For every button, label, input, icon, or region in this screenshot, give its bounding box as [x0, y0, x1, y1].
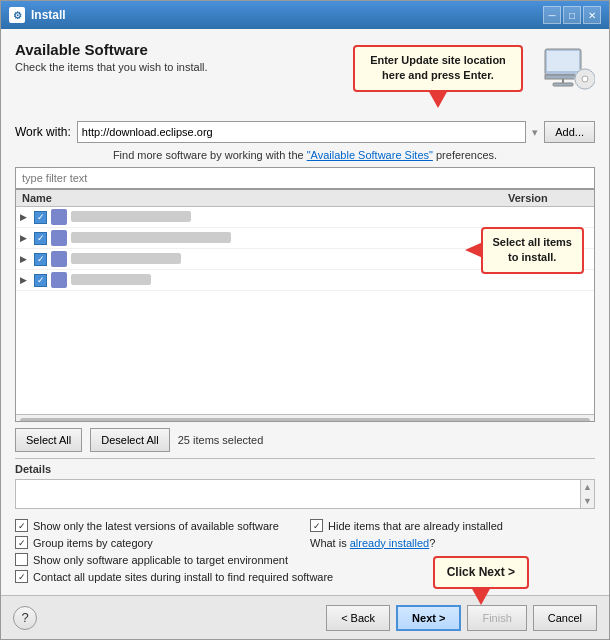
click-next-callout: Click Next > [433, 556, 529, 589]
install-window: ⚙ Install ─ □ ✕ Available Software Check… [0, 0, 610, 640]
callout-arrow-left [465, 242, 483, 258]
details-section: Details ▲ ▼ [15, 458, 595, 519]
find-more-text: Find more software by working with the "… [15, 149, 595, 161]
help-button[interactable]: ? [13, 606, 37, 630]
row-icon [51, 230, 67, 246]
page-subtitle: Check the items that you wish to install… [15, 61, 353, 73]
svg-rect-4 [553, 83, 573, 86]
row-checkbox[interactable] [34, 232, 47, 245]
expand-icon[interactable]: ▶ [20, 233, 34, 243]
items-selected-text: 25 items selected [178, 434, 264, 446]
deselect-all-button[interactable]: Deselect All [90, 428, 169, 452]
option-row-2: Hide items that are already installed [310, 519, 595, 532]
option-label-4: What is already installed? [310, 537, 435, 549]
add-button[interactable]: Add... [544, 121, 595, 143]
row-icon [51, 272, 67, 288]
window-icon: ⚙ [9, 7, 25, 23]
row-icon [51, 251, 67, 267]
filter-input[interactable] [15, 167, 595, 189]
already-installed-link[interactable]: already installed [350, 537, 430, 549]
window-title: Install [31, 8, 537, 22]
bottom-bar: Click Next > ? < Back Next > Finish Canc… [1, 595, 609, 639]
expand-icon[interactable]: ▶ [20, 275, 34, 285]
available-sites-link[interactable]: "Available Software Sites" [307, 149, 433, 161]
row-label [71, 274, 590, 286]
software-tree: Name Version ▶ ▶ [15, 189, 595, 422]
row-checkbox[interactable] [34, 253, 47, 266]
svg-point-6 [582, 76, 588, 82]
tree-header: Name Version [16, 190, 594, 207]
expand-icon[interactable]: ▶ [20, 212, 34, 222]
select-all-button[interactable]: Select All [15, 428, 82, 452]
next-button[interactable]: Next > [396, 605, 461, 631]
details-scrollbar[interactable]: ▲ ▼ [580, 480, 594, 508]
header-text: Available Software Check the items that … [15, 41, 353, 73]
row-checkbox[interactable] [34, 274, 47, 287]
callout-arrow-down [428, 90, 448, 108]
option-label-7: Contact all update sites during install … [33, 571, 333, 583]
close-button[interactable]: ✕ [583, 6, 601, 24]
option-label-3: Group items by category [33, 537, 153, 549]
tree-body: ▶ ▶ ▶ [16, 207, 594, 414]
row-icon [51, 209, 67, 225]
click-next-arrow [471, 587, 491, 605]
minimize-button[interactable]: ─ [543, 6, 561, 24]
table-row[interactable]: ▶ [16, 207, 594, 228]
option-checkbox-5[interactable] [15, 553, 28, 566]
work-with-row: Work with: ▾ Add... [15, 121, 595, 143]
option-label-5: Show only software applicable to target … [33, 554, 288, 566]
maximize-button[interactable]: □ [563, 6, 581, 24]
option-label-2: Hide items that are already installed [328, 520, 503, 532]
details-label: Details [15, 463, 595, 475]
col-name: Name [22, 192, 508, 204]
option-checkbox-2[interactable] [310, 519, 323, 532]
select-buttons-row: Select All Deselect All 25 items selecte… [15, 422, 595, 458]
option-label-1: Show only the latest versions of availab… [33, 520, 279, 532]
col-version: Version [508, 192, 588, 204]
cancel-button[interactable]: Cancel [533, 605, 597, 631]
option-row-4: What is already installed? [310, 536, 595, 549]
window-controls: ─ □ ✕ [543, 6, 601, 24]
page-title: Available Software [15, 41, 353, 58]
option-row-1: Show only the latest versions of availab… [15, 519, 300, 532]
details-scroll-area: ▲ ▼ [15, 479, 595, 509]
back-button[interactable]: < Back [326, 605, 390, 631]
horizontal-scrollbar[interactable] [16, 414, 594, 422]
option-row-3: Group items by category [15, 536, 300, 549]
row-label [71, 211, 590, 223]
header-section: Available Software Check the items that … [15, 41, 595, 93]
enter-url-callout: Enter Update site location here and pres… [353, 45, 523, 92]
expand-icon[interactable]: ▶ [20, 254, 34, 264]
title-bar: ⚙ Install ─ □ ✕ [1, 1, 609, 29]
select-all-callout: Select all itemsto install. [481, 227, 585, 274]
option-checkbox-7[interactable] [15, 570, 28, 583]
option-checkbox-3[interactable] [15, 536, 28, 549]
svg-rect-1 [547, 51, 579, 71]
finish-button[interactable]: Finish [467, 605, 526, 631]
row-checkbox[interactable] [34, 211, 47, 224]
scrollbar-thumb[interactable] [20, 418, 590, 423]
url-input[interactable] [77, 121, 526, 143]
work-with-label: Work with: [15, 125, 71, 139]
install-icon [543, 41, 595, 93]
option-checkbox-1[interactable] [15, 519, 28, 532]
main-content: Available Software Check the items that … [1, 29, 609, 595]
